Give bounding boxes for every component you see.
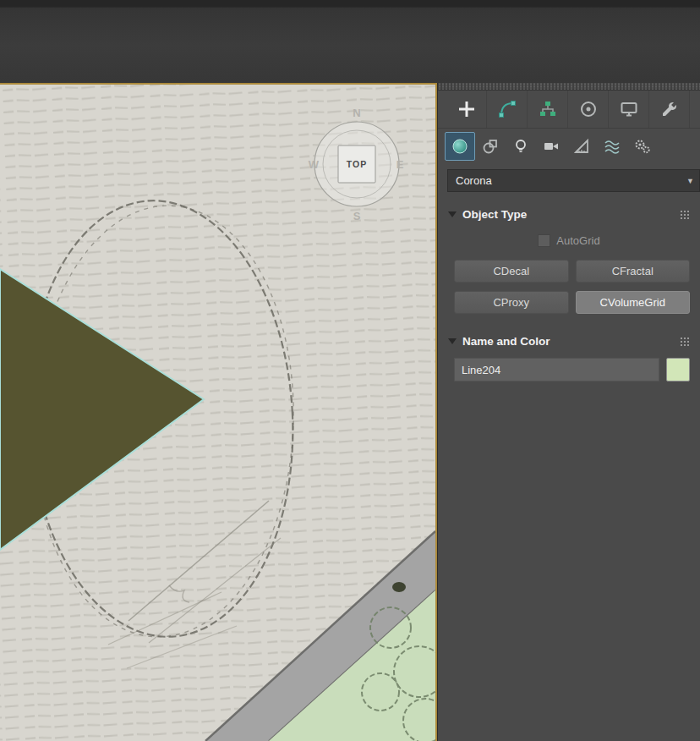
autogrid-row: AutoGrid [438,229,700,251]
create-category-tabs [438,129,700,164]
tab-modify[interactable] [487,91,528,128]
grip-dots-icon[interactable] [680,337,690,346]
tab-create[interactable] [446,91,487,128]
rollout-object-type[interactable]: Object Type [448,203,690,225]
cdecal-button[interactable]: CDecal [454,260,569,283]
subtab-spacewarps[interactable] [597,132,627,161]
sketch-blob [392,582,406,592]
command-panel-tabs [438,91,700,129]
panel-drag-strip[interactable] [438,83,700,91]
object-color-swatch[interactable] [666,358,690,381]
rollout-arrow-icon [448,338,457,344]
viewport-top[interactable]: TOP N W E S [0,83,437,741]
object-name-input[interactable] [454,358,659,381]
titlebar [0,0,700,83]
compass-east[interactable]: E [396,158,404,171]
grip-dots-icon[interactable] [680,210,690,219]
autogrid-checkbox[interactable] [538,234,550,247]
subtab-cameras[interactable] [536,132,566,161]
tab-motion[interactable] [568,91,609,128]
cproxy-button[interactable]: CProxy [454,291,569,314]
subtab-systems[interactable] [627,132,658,161]
lights-icon [512,138,529,155]
motion-icon [579,100,598,118]
hierarchy-icon [539,100,557,118]
cameras-icon [543,138,560,155]
compass-west[interactable]: W [309,158,320,171]
spacewarps-icon [604,138,621,155]
viewcube-face-label: TOP [347,159,367,169]
command-panel: Corona ▼ Object Type AutoGrid CDecal CFr… [437,83,700,741]
3ds-max-window: TOP N W E S [0,0,700,741]
cfractal-button[interactable]: CFractal [576,260,691,283]
helpers-icon [573,138,590,155]
tab-hierarchy[interactable] [528,91,568,128]
subtab-helpers[interactable] [566,132,597,161]
subtab-shapes[interactable] [475,132,506,161]
create-plus-icon [457,99,477,119]
compass-north[interactable]: N [353,107,360,119]
utilities-wrench-icon [660,100,679,118]
rollout-title: Object Type [462,208,527,221]
chevron-down-icon: ▼ [686,170,694,191]
category-dropdown[interactable]: Corona ▼ [447,169,700,192]
rollout-name-and-color[interactable]: Name and Color [448,330,690,352]
systems-icon [634,138,651,155]
viewport-canvas: TOP N W E S [0,85,435,741]
modify-icon [498,100,517,118]
compass-south[interactable]: S [353,210,361,222]
name-and-color-row [454,358,690,381]
display-icon [620,100,638,118]
rollout-title: Name and Color [462,335,550,348]
rollout-arrow-icon [448,211,457,217]
object-type-buttons: CDecal CFractal CProxy CVolumeGrid [454,260,690,314]
tab-display[interactable] [609,91,649,128]
cvolumegrid-button[interactable]: CVolumeGrid [576,291,691,314]
geometry-sphere-icon [451,138,468,155]
category-dropdown-value: Corona [456,174,492,187]
shapes-icon [482,138,499,155]
autogrid-label: AutoGrid [556,234,599,247]
tab-utilities[interactable] [649,91,690,128]
subtab-geometry[interactable] [445,132,475,161]
subtab-lights[interactable] [506,132,536,161]
